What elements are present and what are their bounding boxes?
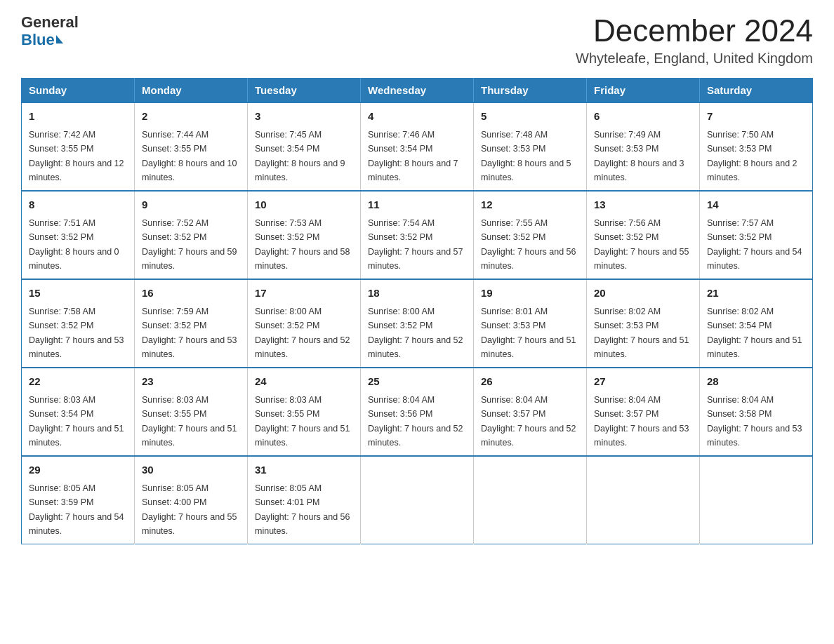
day-info: Sunrise: 8:05 AMSunset: 4:01 PMDaylight:… (255, 483, 350, 536)
calendar-day-cell: 28 Sunrise: 8:04 AMSunset: 3:58 PMDaylig… (700, 368, 813, 456)
calendar-day-cell: 12 Sunrise: 7:55 AMSunset: 3:52 PMDaylig… (474, 191, 587, 279)
day-number: 11 (368, 197, 466, 213)
calendar-day-cell (474, 456, 587, 544)
day-number: 21 (707, 286, 805, 302)
month-title: December 2024 (576, 14, 813, 48)
day-number: 12 (481, 197, 579, 213)
calendar-day-cell: 5 Sunrise: 7:48 AMSunset: 3:53 PMDayligh… (474, 102, 587, 191)
calendar-day-cell: 19 Sunrise: 8:01 AMSunset: 3:53 PMDaylig… (474, 279, 587, 368)
day-number: 5 (481, 109, 579, 125)
day-info: Sunrise: 7:49 AMSunset: 3:53 PMDaylight:… (594, 130, 684, 182)
header-sunday: Sunday (22, 79, 135, 103)
calendar-day-cell: 16 Sunrise: 7:59 AMSunset: 3:52 PMDaylig… (135, 279, 248, 368)
calendar-day-cell (700, 456, 813, 544)
day-info: Sunrise: 8:00 AMSunset: 3:52 PMDaylight:… (368, 307, 463, 359)
calendar-day-cell: 18 Sunrise: 8:00 AMSunset: 3:52 PMDaylig… (361, 279, 474, 368)
day-info: Sunrise: 8:04 AMSunset: 3:56 PMDaylight:… (368, 395, 463, 448)
day-number: 26 (481, 374, 579, 390)
day-info: Sunrise: 7:54 AMSunset: 3:52 PMDaylight:… (368, 218, 463, 271)
day-info: Sunrise: 8:02 AMSunset: 3:53 PMDaylight:… (594, 307, 689, 359)
day-info: Sunrise: 8:05 AMSunset: 3:59 PMDaylight:… (29, 483, 124, 536)
day-info: Sunrise: 8:03 AMSunset: 3:54 PMDaylight:… (29, 395, 124, 448)
day-info: Sunrise: 7:52 AMSunset: 3:52 PMDaylight:… (142, 218, 237, 271)
day-info: Sunrise: 7:59 AMSunset: 3:52 PMDaylight:… (142, 307, 237, 359)
day-info: Sunrise: 8:01 AMSunset: 3:53 PMDaylight:… (481, 307, 576, 359)
header-friday: Friday (587, 79, 700, 103)
day-number: 2 (142, 109, 240, 125)
calendar-day-cell: 31 Sunrise: 8:05 AMSunset: 4:01 PMDaylig… (248, 456, 361, 544)
day-number: 6 (594, 109, 692, 125)
logo-triangle-icon (56, 35, 63, 43)
day-info: Sunrise: 8:04 AMSunset: 3:58 PMDaylight:… (707, 395, 802, 448)
calendar-day-cell (361, 456, 474, 544)
calendar-day-cell: 6 Sunrise: 7:49 AMSunset: 3:53 PMDayligh… (587, 102, 700, 191)
calendar-body: 1 Sunrise: 7:42 AMSunset: 3:55 PMDayligh… (22, 102, 813, 544)
day-number: 16 (142, 286, 240, 302)
calendar-week-row: 15 Sunrise: 7:58 AMSunset: 3:52 PMDaylig… (22, 279, 813, 368)
calendar-day-cell: 14 Sunrise: 7:57 AMSunset: 3:52 PMDaylig… (700, 191, 813, 279)
day-number: 23 (142, 374, 240, 390)
day-info: Sunrise: 7:51 AMSunset: 3:52 PMDaylight:… (29, 218, 119, 271)
day-number: 4 (368, 109, 466, 125)
calendar-day-cell: 23 Sunrise: 8:03 AMSunset: 3:55 PMDaylig… (135, 368, 248, 456)
calendar-day-cell: 15 Sunrise: 7:58 AMSunset: 3:52 PMDaylig… (22, 279, 135, 368)
calendar-day-cell: 10 Sunrise: 7:53 AMSunset: 3:52 PMDaylig… (248, 191, 361, 279)
header: General Blue December 2024 Whyteleafe, E… (21, 14, 813, 67)
days-of-week-row: Sunday Monday Tuesday Wednesday Thursday… (22, 79, 813, 103)
calendar-day-cell: 9 Sunrise: 7:52 AMSunset: 3:52 PMDayligh… (135, 191, 248, 279)
calendar-day-cell: 1 Sunrise: 7:42 AMSunset: 3:55 PMDayligh… (22, 102, 135, 191)
calendar-week-row: 22 Sunrise: 8:03 AMSunset: 3:54 PMDaylig… (22, 368, 813, 456)
header-tuesday: Tuesday (248, 79, 361, 103)
day-info: Sunrise: 7:45 AMSunset: 3:54 PMDaylight:… (255, 130, 345, 182)
day-number: 27 (594, 374, 692, 390)
day-number: 17 (255, 286, 353, 302)
day-number: 29 (29, 462, 127, 478)
day-number: 1 (29, 109, 127, 125)
calendar-day-cell: 2 Sunrise: 7:44 AMSunset: 3:55 PMDayligh… (135, 102, 248, 191)
day-info: Sunrise: 8:03 AMSunset: 3:55 PMDaylight:… (142, 395, 237, 448)
day-number: 18 (368, 286, 466, 302)
day-info: Sunrise: 7:58 AMSunset: 3:52 PMDaylight:… (29, 307, 124, 359)
day-number: 30 (142, 462, 240, 478)
calendar-day-cell: 25 Sunrise: 8:04 AMSunset: 3:56 PMDaylig… (361, 368, 474, 456)
calendar-day-cell: 29 Sunrise: 8:05 AMSunset: 3:59 PMDaylig… (22, 456, 135, 544)
logo-general-text: General (21, 14, 79, 31)
day-info: Sunrise: 7:53 AMSunset: 3:52 PMDaylight:… (255, 218, 350, 271)
calendar-day-cell: 13 Sunrise: 7:56 AMSunset: 3:52 PMDaylig… (587, 191, 700, 279)
header-monday: Monday (135, 79, 248, 103)
day-info: Sunrise: 7:50 AMSunset: 3:53 PMDaylight:… (707, 130, 797, 182)
logo-blue-text: Blue (21, 31, 63, 49)
day-number: 10 (255, 197, 353, 213)
calendar-day-cell: 7 Sunrise: 7:50 AMSunset: 3:53 PMDayligh… (700, 102, 813, 191)
day-number: 9 (142, 197, 240, 213)
day-info: Sunrise: 7:44 AMSunset: 3:55 PMDaylight:… (142, 130, 237, 182)
day-info: Sunrise: 7:46 AMSunset: 3:54 PMDaylight:… (368, 130, 458, 182)
title-block: December 2024 Whyteleafe, England, Unite… (576, 14, 813, 67)
day-number: 20 (594, 286, 692, 302)
day-number: 14 (707, 197, 805, 213)
calendar-week-row: 1 Sunrise: 7:42 AMSunset: 3:55 PMDayligh… (22, 102, 813, 191)
day-info: Sunrise: 8:02 AMSunset: 3:54 PMDaylight:… (707, 307, 802, 359)
day-number: 8 (29, 197, 127, 213)
calendar-day-cell: 26 Sunrise: 8:04 AMSunset: 3:57 PMDaylig… (474, 368, 587, 456)
calendar-day-cell: 4 Sunrise: 7:46 AMSunset: 3:54 PMDayligh… (361, 102, 474, 191)
header-thursday: Thursday (474, 79, 587, 103)
header-saturday: Saturday (700, 79, 813, 103)
day-info: Sunrise: 7:48 AMSunset: 3:53 PMDaylight:… (481, 130, 571, 182)
day-number: 15 (29, 286, 127, 302)
day-number: 19 (481, 286, 579, 302)
day-info: Sunrise: 8:04 AMSunset: 3:57 PMDaylight:… (481, 395, 576, 448)
day-number: 31 (255, 462, 353, 478)
calendar-day-cell: 30 Sunrise: 8:05 AMSunset: 4:00 PMDaylig… (135, 456, 248, 544)
calendar-day-cell (587, 456, 700, 544)
day-number: 7 (707, 109, 805, 125)
calendar-week-row: 29 Sunrise: 8:05 AMSunset: 3:59 PMDaylig… (22, 456, 813, 544)
day-info: Sunrise: 7:56 AMSunset: 3:52 PMDaylight:… (594, 218, 689, 271)
calendar-day-cell: 8 Sunrise: 7:51 AMSunset: 3:52 PMDayligh… (22, 191, 135, 279)
location: Whyteleafe, England, United Kingdom (576, 51, 813, 67)
day-number: 25 (368, 374, 466, 390)
calendar-day-cell: 20 Sunrise: 8:02 AMSunset: 3:53 PMDaylig… (587, 279, 700, 368)
logo: General Blue (21, 14, 79, 49)
calendar-week-row: 8 Sunrise: 7:51 AMSunset: 3:52 PMDayligh… (22, 191, 813, 279)
day-number: 28 (707, 374, 805, 390)
